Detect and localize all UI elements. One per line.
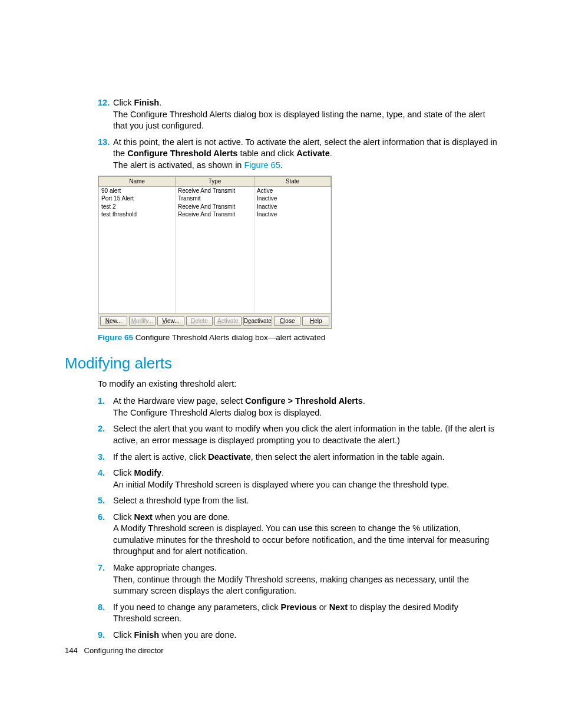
table-cell: Inactive [254,203,330,211]
closebutton[interactable]: Close [274,316,301,327]
table-row[interactable]: test thresholdReceive And TransmitInacti… [99,210,331,219]
step-number: 9. [98,630,105,641]
table-cell: test threshold [99,210,176,219]
step-text: Select a threshold type from the list. [113,495,497,507]
figure-label: Figure 65 [98,333,133,342]
step-number: 3. [98,452,105,463]
deactivatebutton[interactable]: Deactivate [243,316,272,327]
step-text: At this point, the alert is not active. … [113,137,497,172]
step-item: 7.Make appropriate changes.Then, continu… [98,562,497,597]
step-number: 6. [98,512,105,523]
step-item: 5.Select a threshold type from the list. [98,495,497,507]
new-button[interactable]: New... [100,316,127,327]
step-item: 12.Click Finish.The Configure Threshold … [98,97,497,132]
table-row[interactable]: Port 15 AlertTransmitInactive [99,195,331,203]
table-cell: Inactive [254,195,330,203]
table-row[interactable]: test 2Receive And TransmitInactive [99,203,331,211]
section-heading-modifying-alerts: Modifying alerts [65,353,497,374]
step-text: If you need to change any parameters, cl… [113,602,497,625]
view-button[interactable]: View... [157,316,184,327]
intro-text: To modify an existing threshold alert: [98,378,497,390]
table-header: Type [176,177,254,187]
helpbutton[interactable]: Help [302,316,329,327]
step-item: 3.If the alert is active, click Deactiva… [98,452,497,463]
table-cell: Receive And Transmit [176,186,254,195]
dialog-button-bar: New...Modify...View...DeleteActivateDeac… [98,313,331,329]
table-cell: 90 alert [99,186,176,195]
chapter-name: Configuring the director [84,646,164,655]
table-row[interactable]: 90 alertReceive And TransmitActive [99,186,331,195]
figure-caption-text: Configure Threshold Alerts dialog box—al… [135,333,325,342]
alerts-table: NameTypeState 90 alertReceive And Transm… [98,176,331,313]
steps-top-list: 12.Click Finish.The Configure Threshold … [98,97,497,171]
step-number: 1. [98,396,105,407]
table-cell: test 2 [99,203,176,211]
threshold-alerts-dialog: NameTypeState 90 alertReceive And Transm… [98,176,332,329]
page-number: 144 [65,646,78,655]
step-text: At the Hardware view page, select Config… [113,396,497,419]
step-text: Select the alert that you want to modify… [113,423,497,446]
step-number: 4. [98,467,105,479]
step-item: 6.Click Next when you are done.A Modify … [98,512,497,558]
step-item: 8.If you need to change any parameters, … [98,602,497,625]
table-cell: Receive And Transmit [176,203,254,211]
step-text: If the alert is active, click Deactivate… [113,452,497,463]
step-item: 2.Select the alert that you want to modi… [98,423,497,446]
modify-button: Modify... [129,316,156,327]
steps-bottom-list: 1.At the Hardware view page, select Conf… [98,396,497,641]
table-header: State [254,177,330,187]
table-cell: Receive And Transmit [176,210,254,219]
step-item: 9.Click Finish when you are done. [98,630,497,641]
activatebutton: Activate [214,316,242,327]
step-number: 12. [98,97,110,109]
figure-caption: Figure 65 Configure Threshold Alerts dia… [98,332,497,343]
step-item: 13.At this point, the alert is not activ… [98,137,497,172]
table-cell: Active [254,186,330,195]
table-cell: Port 15 Alert [99,195,176,203]
page-footer: 144 Configuring the director [65,645,164,656]
step-number: 13. [98,137,110,149]
step-number: 5. [98,495,105,507]
step-item: 4.Click Modify.An initial Modify Thresho… [98,467,497,490]
step-item: 1.At the Hardware view page, select Conf… [98,396,497,419]
step-number: 2. [98,423,105,435]
table-cell: Inactive [254,210,330,219]
step-text: Make appropriate changes.Then, continue … [113,562,497,597]
step-text: Click Modify.An initial Modify Threshold… [113,467,497,490]
table-header: Name [99,177,176,187]
step-text: Click Finish when you are done. [113,630,497,641]
step-text: Click Next when you are done.A Modify Th… [113,512,497,558]
step-text: Click Finish.The Configure Threshold Ale… [113,97,497,132]
step-number: 7. [98,562,105,574]
deletebutton: Delete [186,316,213,327]
step-number: 8. [98,602,105,614]
table-cell: Transmit [176,195,254,203]
